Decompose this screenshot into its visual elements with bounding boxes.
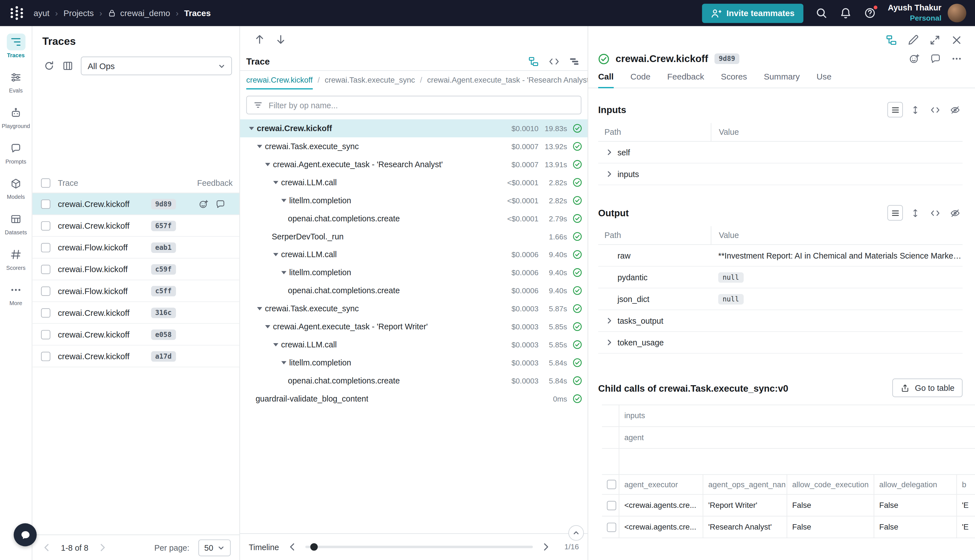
trace-row[interactable]: crewai.Flow.kickoffeab1 — [32, 237, 240, 258]
code-view-icon[interactable] — [927, 102, 943, 117]
comment-icon[interactable] — [930, 53, 942, 65]
help-icon[interactable] — [863, 7, 876, 19]
hide-empty-icon[interactable] — [947, 205, 963, 220]
add-reaction-icon[interactable] — [908, 53, 920, 65]
trace-tree-row[interactable]: litellm.completion$0.00035.84s — [240, 353, 588, 372]
trace-tree-row[interactable]: crewai.LLM.call<$0.00012.82s — [240, 173, 588, 192]
sidebar-item-datasets[interactable]: Datasets — [0, 211, 32, 235]
caret-down-icon[interactable] — [280, 359, 288, 367]
trace-name[interactable]: crewai.Crew.kickoff — [58, 199, 130, 208]
fullscreen-icon[interactable] — [929, 34, 941, 46]
child-table-row[interactable]: <crewai.agents.cre...'Research Analyst'F… — [602, 517, 975, 538]
expand-rows-icon[interactable] — [907, 102, 923, 117]
breadcrumb-projects[interactable]: Projects — [63, 8, 94, 18]
sidebar-item-playground[interactable]: Playground — [0, 104, 32, 129]
trace-tree-row[interactable]: litellm.completion<$0.00012.82s — [240, 192, 588, 210]
row-checkbox[interactable] — [41, 351, 50, 361]
chat-widget-button[interactable] — [13, 523, 37, 547]
trace-name[interactable]: crewai.Flow.kickoff — [58, 286, 128, 295]
sidebar-item-models[interactable]: Models — [0, 175, 32, 200]
trace-name[interactable]: crewai.Crew.kickoff — [58, 308, 130, 317]
chevron-right-icon[interactable] — [606, 148, 613, 156]
sidebar-item-more[interactable]: More — [0, 282, 32, 306]
caret-down-icon[interactable] — [255, 142, 264, 150]
caret-down-icon[interactable] — [255, 305, 264, 313]
tab-feedback[interactable]: Feedback — [667, 72, 704, 88]
row-checkbox[interactable] — [41, 221, 50, 230]
child-table-row[interactable]: <crewai.agents.cre...'Report Writer'Fals… — [602, 495, 975, 516]
sidebar-item-scorers[interactable]: Scorers — [0, 246, 32, 271]
caret-down-icon[interactable] — [264, 323, 272, 331]
list-view-icon[interactable] — [887, 205, 903, 220]
tab-scores[interactable]: Scores — [721, 72, 747, 88]
row-checkbox[interactable] — [607, 500, 616, 510]
chevron-right-icon[interactable] — [606, 338, 613, 346]
sidebar-item-traces[interactable]: Traces — [0, 33, 32, 58]
caret-down-icon[interactable] — [247, 124, 255, 133]
trace-tree-row[interactable]: crewai.Agent.execute_task - 'Report Writ… — [240, 318, 588, 335]
notifications-bell-icon[interactable] — [839, 7, 852, 19]
op-filter[interactable] — [246, 96, 581, 114]
select-all-checkbox[interactable] — [41, 178, 50, 187]
expand-rows-icon[interactable] — [907, 205, 923, 220]
user-menu[interactable]: Ayush Thakur Personal — [888, 3, 966, 23]
tab-summary[interactable]: Summary — [764, 72, 800, 88]
trace-tree-row[interactable]: SerperDevTool._run1.66s — [240, 228, 588, 246]
caret-down-icon[interactable] — [280, 196, 288, 205]
code-view-icon[interactable] — [927, 205, 943, 220]
trace-crumb[interactable]: crewai.Task.execute_sync — [325, 76, 415, 89]
search-icon[interactable] — [815, 7, 828, 19]
trace-tree-row[interactable]: crewai.LLM.call$0.00035.85s — [240, 335, 588, 353]
trace-name[interactable]: crewai.Crew.kickoff — [58, 330, 130, 339]
trace-tree-row[interactable]: crewai.Agent.execute_task - 'Research An… — [240, 155, 588, 173]
tab-use[interactable]: Use — [816, 72, 831, 88]
caret-down-icon[interactable] — [272, 178, 280, 187]
close-icon[interactable] — [951, 34, 963, 46]
breadcrumb-org[interactable]: ayut — [33, 8, 49, 18]
caret-down-icon[interactable] — [272, 341, 280, 349]
caret-down-icon[interactable] — [264, 160, 272, 168]
tree-view-icon[interactable] — [528, 55, 539, 67]
comment-icon[interactable] — [215, 198, 226, 209]
hide-empty-icon[interactable] — [947, 102, 963, 117]
trace-row[interactable]: crewai.Crew.kickoffe058 — [32, 324, 240, 345]
trace-crumb[interactable]: crewai.Crew.kickoff — [246, 76, 312, 89]
tab-code[interactable]: Code — [630, 72, 650, 88]
sidebar-item-prompts[interactable]: Prompts — [0, 140, 32, 165]
avatar[interactable] — [948, 4, 966, 22]
code-view-icon[interactable] — [548, 55, 560, 67]
output-row[interactable]: token_usage — [598, 332, 963, 353]
timeline-slider[interactable] — [305, 546, 533, 548]
timeline-prev-icon[interactable] — [286, 542, 298, 553]
collapse-timeline-button[interactable] — [568, 525, 584, 540]
row-checkbox[interactable] — [41, 199, 50, 208]
column-header[interactable]: b — [957, 475, 975, 495]
row-checkbox[interactable] — [607, 522, 616, 532]
trace-tree-row[interactable]: openai.chat.completions.create<$0.00012.… — [240, 210, 588, 228]
trace-row[interactable]: crewai.Flow.kickoffc59f — [32, 258, 240, 280]
trace-row[interactable]: crewai.Crew.kickoff316c — [32, 302, 240, 324]
trace-row[interactable]: crewai.Flow.kickoffc5ff — [32, 280, 240, 302]
output-row[interactable]: pydanticnull — [598, 267, 963, 288]
column-header[interactable]: agent_ops_agent_nan — [703, 475, 787, 495]
trace-name[interactable]: crewai.Crew.kickoff — [58, 351, 130, 361]
column-settings-icon[interactable] — [62, 60, 73, 72]
caret-down-icon[interactable] — [280, 268, 288, 277]
refresh-icon[interactable] — [43, 60, 55, 72]
list-view-icon[interactable] — [887, 102, 903, 117]
add-reaction-icon[interactable] — [198, 198, 209, 209]
select-all-checkbox[interactable] — [607, 480, 616, 489]
trace-row[interactable]: crewai.Crew.kickoff657f — [32, 215, 240, 237]
sidebar-item-evals[interactable]: Evals — [0, 69, 32, 94]
call-id-badge[interactable]: 9d89 — [715, 53, 740, 64]
edit-icon[interactable] — [907, 34, 919, 46]
trace-crumb[interactable]: crewai.Agent.execute_task - 'Research An… — [427, 76, 588, 89]
per-page-select[interactable]: 50 — [198, 539, 231, 556]
go-to-table-button[interactable]: Go to table — [893, 378, 963, 397]
row-checkbox[interactable] — [41, 265, 50, 274]
wandb-logo[interactable] — [9, 5, 25, 21]
caret-down-icon[interactable] — [272, 250, 280, 258]
output-row[interactable]: json_dictnull — [598, 288, 963, 310]
row-checkbox[interactable] — [41, 308, 50, 317]
chevron-right-icon[interactable] — [606, 317, 613, 324]
